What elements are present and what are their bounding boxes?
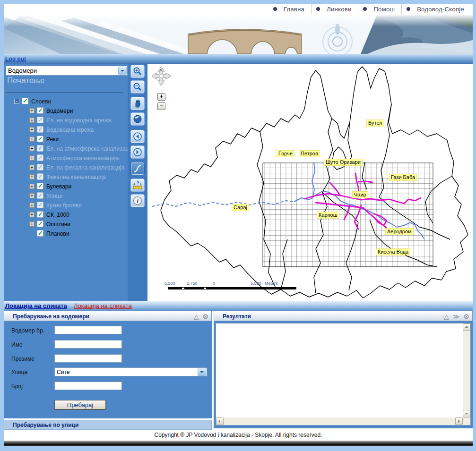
tree-node[interactable]: Куќни броеви [4,201,128,210]
plus-icon[interactable] [29,136,35,142]
measure-button[interactable]: ? [130,179,145,192]
checkbox-icon[interactable] [37,211,43,218]
last-name-input[interactable] [54,354,122,363]
vertical-scrollbar[interactable] [463,323,470,417]
pan-compass[interactable]: N [151,66,171,86]
tree-node-sloevi[interactable]: Слоеви [4,97,128,106]
tree-label[interactable]: Реки [46,136,59,143]
full-extent-button[interactable] [130,112,145,126]
horizontal-scrollbar[interactable] [216,417,463,425]
plus-icon[interactable] [29,108,35,113]
profile-tool-button[interactable] [130,162,145,175]
first-name-input[interactable] [54,340,122,349]
plus-icon[interactable] [29,127,35,132]
scroll-up-button[interactable] [463,323,470,331]
collapse-icon[interactable] [444,312,449,321]
tree-node[interactable]: Општини [4,220,128,229]
tree-node[interactable]: СК_1000 [4,210,128,220]
checkbox-icon[interactable] [37,126,43,133]
logout-link[interactable]: Log out [5,56,26,62]
plus-icon[interactable] [29,221,35,227]
checkbox-icon[interactable] [37,173,43,180]
tree-label[interactable]: Планови [46,230,69,237]
tree-node[interactable]: Атмосферска канализација [4,153,128,163]
checkbox-icon[interactable] [37,117,43,123]
forward-button[interactable] [130,145,145,159]
checkbox-icon[interactable] [37,230,43,237]
results-list[interactable] [216,323,471,425]
tree-label[interactable]: Водоводна мрежа [46,127,94,133]
nav-item-vodovod-skopje[interactable]: Водовод-Скопје [402,4,471,14]
plus-icon[interactable] [29,174,35,179]
tree-label[interactable]: Слоеви [31,98,51,105]
checkbox-icon[interactable] [37,145,43,152]
tree-node[interactable]: Улици [4,191,128,201]
checkbox-icon[interactable] [37,164,43,170]
plus-icon[interactable] [29,203,35,208]
chevron-down-icon[interactable] [198,368,206,376]
tree-label[interactable]: Ел. на фекална канализација [46,164,124,171]
plus-icon[interactable] [29,118,35,123]
scroll-right-button[interactable] [455,417,463,425]
checkbox-icon[interactable] [37,136,43,142]
checkbox-icon[interactable] [37,192,43,199]
tree-label[interactable]: Општини [46,221,70,228]
minus-icon[interactable] [14,99,19,104]
plus-icon[interactable] [29,146,35,151]
map-zoom-in-button[interactable]: + [157,93,165,101]
search-button[interactable]: Пребарај [54,400,106,410]
image-location-link-secondary[interactable]: Локација на сликата [74,302,132,309]
checkbox-icon[interactable] [37,221,43,227]
layer-dropdown[interactable]: Водомери [6,66,128,76]
tree-label[interactable]: Булевари [46,183,71,190]
tree-label[interactable]: Водомери [46,108,73,114]
tree-label[interactable]: СК_1000 [46,212,69,218]
checkbox-icon[interactable] [37,202,43,208]
tree-label[interactable]: Ел. на атмосферска канализација [46,145,136,152]
pan-south-arrow[interactable] [158,78,164,85]
print-label[interactable]: Печатење [7,76,44,85]
pan-west-arrow[interactable] [152,73,159,79]
checkbox-icon[interactable] [37,107,43,114]
house-number-input[interactable] [54,382,122,390]
nav-item-pomos[interactable]: Помош [358,4,402,14]
map-zoom-out-button[interactable]: − [157,102,165,110]
street-select[interactable]: Сите [54,367,207,376]
back-button[interactable] [130,130,145,143]
identify-button[interactable]: i [130,194,145,207]
checkbox-icon[interactable] [22,98,28,104]
meter-number-input[interactable] [54,326,122,334]
tree-node[interactable]: Водомери [4,106,128,116]
tree-label[interactable]: Ел. на водоводна мрежа [46,117,111,124]
plus-icon[interactable] [29,212,35,217]
plus-icon[interactable] [29,193,35,198]
tree-node[interactable]: Ел. на фекална канализација [4,163,128,172]
scroll-left-button[interactable] [216,417,224,425]
checkbox-icon[interactable] [37,154,43,161]
nav-item-glavna[interactable]: Главна [268,4,312,14]
tree-label[interactable]: Атмосферска канализација [46,155,119,162]
tree-node[interactable]: Водоводна мрежа [4,125,128,135]
pan-button[interactable] [130,97,145,110]
plus-icon[interactable] [29,165,35,170]
pan-east-arrow[interactable] [163,73,171,79]
tree-node[interactable]: Реки [4,135,128,144]
tree-node[interactable]: Ел. на атмосферска канализација [4,144,128,153]
collapse-icon[interactable] [194,312,199,321]
plus-icon[interactable] [29,155,35,161]
tree-node[interactable]: Фекална канализација [4,172,128,182]
street-search-panel[interactable]: Пребарување по улици [4,420,212,430]
expand-icon[interactable] [453,312,460,321]
tree-label[interactable]: Куќни броеви [46,202,82,209]
zoom-out-button[interactable] [130,80,145,94]
zoom-in-button[interactable] [130,65,145,78]
close-icon[interactable] [463,312,469,321]
tree-node[interactable]: Ел. на водоводна мрежа [4,116,128,125]
image-location-link-primary[interactable]: Локација на сликата [5,302,67,309]
tree-node[interactable]: Планови [4,229,128,238]
chevron-down-icon[interactable] [118,67,127,75]
nav-item-linkovi[interactable]: Линкови [312,4,358,14]
tree-label[interactable]: Фекална канализација [46,174,106,180]
plus-icon[interactable] [29,184,35,189]
tree-label[interactable]: Улици [46,193,62,199]
